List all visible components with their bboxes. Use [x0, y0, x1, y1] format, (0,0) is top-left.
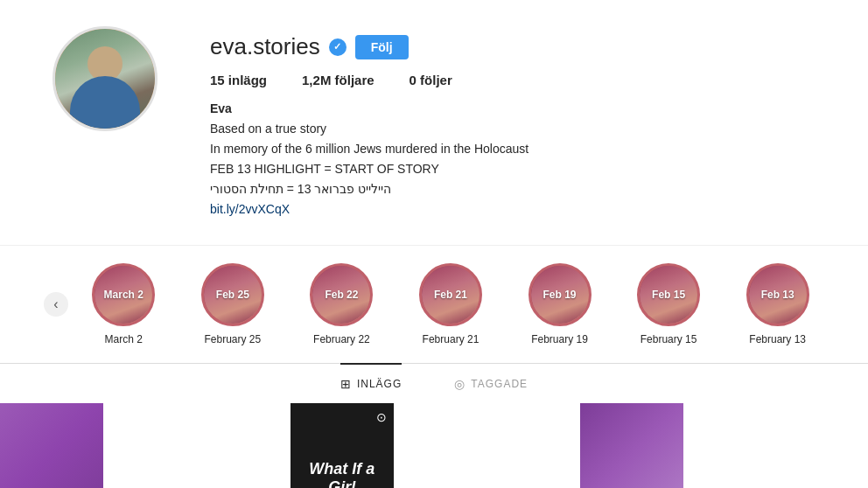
- story-short-label: Feb 15: [652, 289, 685, 301]
- tab-tagged[interactable]: ◎TAGGADE: [454, 363, 528, 403]
- story-circle: Feb 22: [310, 263, 373, 326]
- stories-list: March 2March 2Feb 25February 25Feb 22Feb…: [77, 263, 824, 345]
- story-item[interactable]: Feb 19February 19: [528, 263, 592, 345]
- story-item[interactable]: Feb 22February 22: [310, 263, 373, 345]
- profile-header: eva.stories ✓ Följ: [210, 33, 833, 60]
- followers-stat: 1,2M följare: [302, 73, 374, 87]
- bio-name: Eva: [210, 100, 833, 118]
- following-stat: 0 följer: [410, 73, 452, 87]
- posts-tab-icon: ⊞: [340, 377, 352, 391]
- story-circle: Feb 19: [528, 263, 592, 326]
- following-count: 0: [410, 73, 416, 87]
- avatar-image: [55, 29, 155, 129]
- story-short-label: Feb 19: [543, 289, 577, 301]
- bio-line4: היילייט פברואר 13 = תחילת הסטורי: [210, 180, 833, 199]
- post-thumbnail[interactable]: ⊙What If a Girl: [290, 403, 394, 488]
- avatar: [52, 26, 158, 131]
- bio: Eva Based on a true story In memory of t…: [210, 100, 833, 219]
- following-label: följer: [420, 73, 452, 87]
- chevron-left-icon: ‹: [53, 296, 58, 312]
- username: eva.stories: [210, 33, 320, 60]
- bio-line3: FEB 13 HIGHLIGHT = START OF STORY: [210, 160, 833, 178]
- story-caption: February 19: [531, 333, 588, 345]
- story-circle: Feb 21: [419, 263, 482, 326]
- page-container: eva.stories ✓ Följ 15 inlägg 1,2M följar…: [0, 0, 868, 488]
- post-thumbnail[interactable]: [580, 403, 683, 488]
- followers-label: följare: [335, 73, 374, 87]
- followers-count: 1,2M: [302, 73, 331, 87]
- story-short-label: March 2: [104, 289, 144, 301]
- profile-section: eva.stories ✓ Följ 15 inlägg 1,2M följar…: [0, 0, 868, 236]
- tabs-section: ⊞INLÄGG◎TAGGADE: [0, 363, 868, 403]
- tab-posts[interactable]: ⊞INLÄGG: [340, 363, 402, 403]
- tagged-tab-icon: ◎: [454, 377, 466, 391]
- bio-line2: In memory of the 6 million Jews murdered…: [210, 140, 833, 158]
- story-circle: March 2: [92, 263, 155, 326]
- story-short-label: Feb 25: [216, 289, 249, 301]
- posts-count: 15: [210, 73, 225, 87]
- story-caption: February 15: [640, 333, 697, 345]
- posts-grid: ⊙What If a Girl: [0, 403, 868, 488]
- post-title: What If a Girl: [290, 460, 394, 488]
- verified-badge: ✓: [329, 38, 346, 56]
- posts-label: inlägg: [228, 73, 267, 87]
- post-thumbnail[interactable]: [0, 403, 103, 488]
- story-item[interactable]: March 2March 2: [92, 263, 155, 345]
- story-short-label: Feb 13: [761, 289, 794, 301]
- story-caption: February 22: [313, 333, 370, 345]
- stories-section: ‹ March 2March 2Feb 25February 25Feb 22F…: [0, 245, 868, 354]
- stories-prev-button[interactable]: ‹: [44, 292, 68, 317]
- bio-link[interactable]: bit.ly/2vvXCqX: [210, 202, 290, 216]
- posts-tab-label: INLÄGG: [357, 378, 402, 390]
- story-caption: March 2: [105, 333, 143, 345]
- story-caption: February 13: [749, 333, 806, 345]
- story-item[interactable]: Feb 15February 15: [637, 263, 700, 345]
- follow-button[interactable]: Följ: [355, 35, 409, 59]
- story-item[interactable]: Feb 13February 13: [746, 263, 809, 345]
- stories-wrapper: ‹ March 2March 2Feb 25February 25Feb 22F…: [18, 263, 850, 345]
- stats-row: 15 inlägg 1,2M följare 0 följer: [210, 73, 833, 87]
- profile-info: eva.stories ✓ Följ 15 inlägg 1,2M följar…: [210, 26, 833, 219]
- story-caption: February 21: [423, 333, 480, 345]
- camera-icon: ⊙: [376, 410, 387, 424]
- story-circle: Feb 25: [201, 263, 264, 326]
- avatar-container: [52, 26, 158, 131]
- story-caption: February 25: [204, 333, 261, 345]
- posts-stat: 15 inlägg: [210, 73, 267, 87]
- story-short-label: Feb 21: [434, 289, 467, 301]
- story-short-label: Feb 22: [325, 289, 358, 301]
- story-item[interactable]: Feb 25February 25: [201, 263, 264, 345]
- story-circle: Feb 15: [637, 263, 700, 326]
- tagged-tab-label: TAGGADE: [471, 378, 528, 390]
- story-circle: Feb 13: [746, 263, 809, 326]
- bio-line1: Based on a true story: [210, 120, 833, 138]
- story-item[interactable]: Feb 21February 21: [419, 263, 482, 345]
